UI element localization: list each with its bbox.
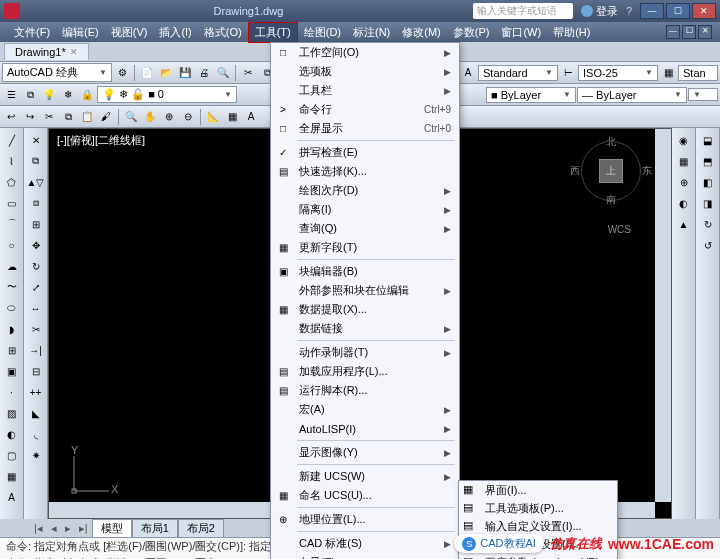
menu-item[interactable]: 绘图次序(D)▶ xyxy=(271,181,459,200)
linetype-combo[interactable]: — ByLayer▼ xyxy=(577,87,687,103)
view-cube[interactable]: 北 西 上 东 南 xyxy=(581,137,641,205)
tb-icon[interactable]: ◨ xyxy=(698,193,718,213)
doc-close-button[interactable]: ✕ xyxy=(698,25,712,39)
layout-tab-model[interactable]: 模型 xyxy=(92,519,132,538)
menu-item[interactable]: □工作空间(O)▶ xyxy=(271,43,459,62)
explode-icon[interactable]: ✷ xyxy=(26,445,46,465)
tb-icon[interactable]: ◉ xyxy=(674,130,694,150)
menu-item[interactable]: 工具栏▶ xyxy=(271,81,459,100)
save-icon[interactable]: 💾 xyxy=(176,64,194,82)
tab-close-icon[interactable]: ✕ xyxy=(70,47,78,57)
layout-tab-1[interactable]: 布局1 xyxy=(132,519,178,538)
tb-icon[interactable]: ↻ xyxy=(698,214,718,234)
tb-icon[interactable]: ▦ xyxy=(223,108,241,126)
close-button[interactable]: ✕ xyxy=(692,3,716,19)
lineweight-combo[interactable]: ▼ xyxy=(688,88,718,101)
color-combo[interactable]: ■ ByLayer▼ xyxy=(486,87,576,103)
submenu-item[interactable]: ▤程序参数 (acad.pgp)(P)... xyxy=(459,553,617,559)
cut-icon[interactable]: ✂ xyxy=(239,64,257,82)
new-icon[interactable]: 📄 xyxy=(138,64,156,82)
region-icon[interactable]: ▢ xyxy=(2,445,22,465)
doc-restore-button[interactable]: ☐ xyxy=(682,25,696,39)
table-style-icon[interactable]: ▦ xyxy=(659,64,677,82)
menu-item[interactable]: □全屏显示Ctrl+0 xyxy=(271,119,459,138)
rectangle-icon[interactable]: ▭ xyxy=(2,193,22,213)
layer-states-icon[interactable]: ⧉ xyxy=(21,86,39,104)
menu-item[interactable]: 动作录制器(T)▶ xyxy=(271,343,459,362)
tb-icon[interactable]: 📋 xyxy=(78,108,96,126)
tb-icon[interactable]: A xyxy=(242,108,260,126)
ellipse-arc-icon[interactable]: ◗ xyxy=(2,319,22,339)
menu-item[interactable]: ▦更新字段(T) xyxy=(271,238,459,257)
menu-item[interactable]: 查询(Q)▶ xyxy=(271,219,459,238)
maximize-button[interactable]: ☐ xyxy=(666,3,690,19)
arc-icon[interactable]: ⌒ xyxy=(2,214,22,234)
viewport-label[interactable]: [-][俯视][二维线框] xyxy=(57,133,145,148)
menu-item[interactable]: AutoLISP(I)▶ xyxy=(271,419,459,438)
menu-item[interactable]: ▤运行脚本(R)... xyxy=(271,381,459,400)
doc-minimize-button[interactable]: — xyxy=(666,25,680,39)
preview-icon[interactable]: 🔍 xyxy=(214,64,232,82)
join-icon[interactable]: ++ xyxy=(26,382,46,402)
dim-style-icon[interactable]: ⊢ xyxy=(559,64,577,82)
layer-properties-icon[interactable]: ☰ xyxy=(2,86,20,104)
circle-icon[interactable]: ○ xyxy=(2,235,22,255)
tb-icon[interactable]: ⧉ xyxy=(59,108,77,126)
workspace-combo[interactable]: AutoCAD 经典▼ xyxy=(2,63,112,82)
extend-icon[interactable]: →| xyxy=(26,340,46,360)
table-icon[interactable]: ▦ xyxy=(2,466,22,486)
menu-item[interactable]: 新建 UCS(W)▶ xyxy=(271,467,459,486)
menu-item[interactable]: 数据链接▶ xyxy=(271,319,459,338)
make-block-icon[interactable]: ▣ xyxy=(2,361,22,381)
dim-style-combo[interactable]: ISO-25▼ xyxy=(578,65,658,81)
line-icon[interactable]: ╱ xyxy=(2,130,22,150)
pline-icon[interactable]: ⌇ xyxy=(2,151,22,171)
tb-icon[interactable]: 🔍 xyxy=(122,108,140,126)
tb-icon[interactable]: ✋ xyxy=(141,108,159,126)
layout-nav-last[interactable]: ▸| xyxy=(75,522,92,535)
hatch-icon[interactable]: ▨ xyxy=(2,403,22,423)
mtext-icon[interactable]: A xyxy=(2,487,22,507)
menu-item[interactable]: ⊕地理位置(L)... xyxy=(271,510,459,529)
array-icon[interactable]: ⊞ xyxy=(26,214,46,234)
document-tab[interactable]: Drawing1* ✕ xyxy=(4,43,89,60)
plot-icon[interactable]: 🖨 xyxy=(195,64,213,82)
tb-icon[interactable]: ⬓ xyxy=(698,130,718,150)
revcloud-icon[interactable]: ☁ xyxy=(2,256,22,276)
layout-tab-2[interactable]: 布局2 xyxy=(178,519,224,538)
menu-item[interactable]: ▤快速选择(K)... xyxy=(271,162,459,181)
menu-format[interactable]: 格式(O) xyxy=(198,23,248,42)
layer-combo[interactable]: 💡 ❄ 🔓 ■ 0▼ xyxy=(97,86,237,103)
stretch-icon[interactable]: ↔ xyxy=(26,298,46,318)
table-style-combo[interactable]: Stan xyxy=(678,65,718,81)
menu-item[interactable]: ▦命名 UCS(U)... xyxy=(271,486,459,505)
tb-icon[interactable]: ◧ xyxy=(698,172,718,192)
help-search-input[interactable]: 输入关键字或短语 xyxy=(473,3,573,19)
tb-icon[interactable]: ▲ xyxy=(674,214,694,234)
ellipse-icon[interactable]: ⬭ xyxy=(2,298,22,318)
move-icon[interactable]: ✥ xyxy=(26,235,46,255)
layer-off-icon[interactable]: 💡 xyxy=(40,86,58,104)
menu-item[interactable]: 显示图像(Y)▶ xyxy=(271,443,459,462)
menu-draw[interactable]: 绘图(D) xyxy=(298,23,347,42)
fillet-icon[interactable]: ◟ xyxy=(26,424,46,444)
menu-edit[interactable]: 编辑(E) xyxy=(56,23,105,42)
gradient-icon[interactable]: ◐ xyxy=(2,424,22,444)
trim-icon[interactable]: ✂ xyxy=(26,319,46,339)
help-icon[interactable]: ? xyxy=(626,5,632,17)
menu-item[interactable]: 向导(Z)▶ xyxy=(271,553,459,559)
menu-file[interactable]: 文件(F) xyxy=(8,23,56,42)
tb-icon[interactable]: ↺ xyxy=(698,235,718,255)
spline-icon[interactable]: 〜 xyxy=(2,277,22,297)
offset-icon[interactable]: ⧈ xyxy=(26,193,46,213)
menu-parametric[interactable]: 参数(P) xyxy=(447,23,496,42)
menu-item[interactable]: 选项板▶ xyxy=(271,62,459,81)
layout-nav-prev[interactable]: ◂ xyxy=(47,522,61,535)
menu-item[interactable]: 隔离(I)▶ xyxy=(271,200,459,219)
workspace-settings-icon[interactable]: ⚙ xyxy=(113,64,131,82)
menu-item[interactable]: ✓拼写检查(E) xyxy=(271,143,459,162)
menu-item[interactable]: ▣块编辑器(B) xyxy=(271,262,459,281)
tb-icon[interactable]: ⊕ xyxy=(160,108,178,126)
tb-icon[interactable]: 🖌 xyxy=(97,108,115,126)
tb-icon[interactable]: ⊕ xyxy=(674,172,694,192)
